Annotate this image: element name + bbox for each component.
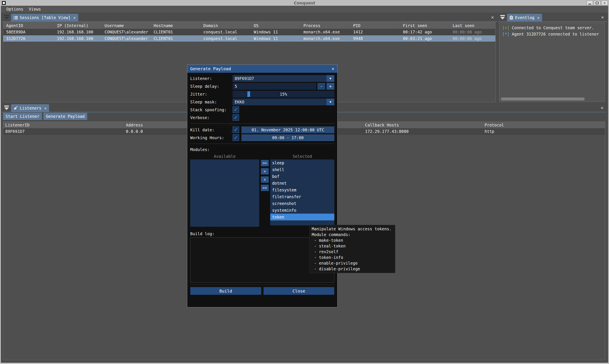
list-item[interactable]: sleep: [270, 159, 334, 166]
chevron-down-icon[interactable]: ▼: [327, 99, 334, 105]
listener-select[interactable]: 89F691D7 ▼: [233, 75, 334, 82]
tab-eventlog[interactable]: Eventlog ✕: [507, 14, 542, 21]
increment-button[interactable]: +: [327, 83, 334, 90]
move-left-button[interactable]: <: [261, 176, 269, 183]
verbose-label: Verbose:: [190, 115, 233, 120]
dialog-titlebar: Generate Payload ✕: [187, 65, 337, 73]
stack-spoofing-checkbox[interactable]: ✓: [233, 106, 239, 113]
modules-label: Modules:: [190, 146, 334, 153]
decrement-button[interactable]: -: [318, 83, 325, 90]
dialog-close-icon[interactable]: ✕: [331, 66, 334, 71]
collapse-panel-icon[interactable]: [500, 14, 505, 20]
selected-modules-list[interactable]: sleep shell bof dotnet filesystem filetr…: [270, 159, 334, 225]
table-row-selected[interactable]: 312D7726 192.168.168.100 CONQUEST\alexan…: [3, 35, 495, 42]
log-line: [+] Connected to Conquest team server.: [502, 25, 602, 31]
column-header[interactable]: IP (Internal): [54, 22, 102, 29]
move-right-button[interactable]: >: [261, 168, 269, 174]
table-row[interactable]: 58EE89DA 192.168.168.100 CONQUEST\alexan…: [3, 29, 495, 35]
move-all-right-button[interactable]: >>: [261, 160, 269, 166]
column-header[interactable]: PID: [350, 22, 400, 29]
list-item-selected[interactable]: token: [270, 214, 334, 221]
menu-options[interactable]: Options: [6, 7, 23, 12]
sleep-mask-select[interactable]: EKKO ▼: [233, 99, 334, 105]
move-all-left-button[interactable]: <<: [261, 185, 269, 191]
stack-spoofing-label: Stack spoofing:: [190, 107, 233, 112]
list-item[interactable]: filetransfer: [270, 193, 334, 200]
working-hours-input[interactable]: 09:00 - 17:00: [241, 134, 334, 141]
kill-date-checkbox[interactable]: ✓: [233, 127, 239, 133]
tab-close-icon[interactable]: ✕: [44, 106, 47, 110]
generate-payload-button[interactable]: Generate Payload: [43, 113, 87, 120]
list-item[interactable]: dotnet: [270, 180, 334, 187]
column-header[interactable]: Callback Hosts: [363, 122, 482, 128]
cell-domain: conquest.local: [200, 35, 251, 42]
separator: [190, 285, 334, 285]
column-header[interactable]: Hostname: [151, 22, 200, 29]
cell-listenerid: 89F691D7: [3, 128, 124, 134]
column-header[interactable]: Username: [102, 22, 151, 29]
listeners-toolbar: Start Listener Generate Payload: [3, 113, 87, 121]
cell-last-seen: 00:00:06 ago: [450, 35, 495, 42]
tooltip-line: - token-info: [312, 255, 393, 260]
cell-callback-hosts: 172.29.177.43:8080: [363, 128, 482, 134]
cell-process: monarch.x64.exe: [301, 35, 350, 42]
column-header[interactable]: First seen: [400, 22, 450, 29]
working-hours-checkbox[interactable]: ✓: [233, 134, 239, 141]
available-modules-list[interactable]: [190, 159, 259, 227]
verbose-checkbox[interactable]: ✓: [233, 114, 239, 121]
eventlog-panel: Eventlog ✕ ✕ [+] Connected to Conquest t…: [498, 13, 607, 103]
sleep-delay-label: Sleep delay:: [190, 84, 233, 89]
list-item[interactable]: filesystem: [270, 187, 334, 193]
list-item[interactable]: shell: [270, 166, 334, 173]
slider-handle[interactable]: [247, 91, 250, 97]
menu-views[interactable]: Views: [29, 7, 41, 12]
eventlog-panel-close-icon[interactable]: ✕: [601, 14, 604, 20]
window-body: Options Views Sessions [Table View] ✕ ✕ …: [1, 6, 608, 363]
tab-eventlog-label: Eventlog: [515, 15, 534, 20]
cell-domain: conquest.local: [200, 29, 251, 35]
eventlog-output[interactable]: [+] Connected to Conquest team server. […: [499, 23, 605, 102]
list-item[interactable]: systeminfo: [270, 207, 334, 214]
cell-os: Windows 11: [251, 35, 301, 42]
column-header[interactable]: Process: [301, 22, 350, 29]
separator: [190, 143, 334, 144]
tab-close-icon[interactable]: ✕: [537, 15, 540, 20]
tooltip-line: - steal-token: [312, 243, 393, 249]
log-text: Connected to Conquest team server.: [512, 25, 594, 30]
selected-header: Selected: [270, 153, 334, 159]
close-dialog-button[interactable]: Close: [264, 287, 334, 295]
jitter-slider[interactable]: 15%: [233, 91, 334, 98]
tab-sessions-label: Sessions [Table View]: [20, 15, 70, 20]
table-list-icon: [13, 16, 18, 19]
tab-listeners[interactable]: Listeners ✕: [11, 104, 49, 112]
horizontal-scrollbar[interactable]: [501, 98, 585, 101]
start-listener-button[interactable]: Start Listener: [3, 113, 42, 120]
sleep-delay-input[interactable]: 5: [233, 83, 316, 90]
list-item[interactable]: bof: [270, 173, 334, 180]
cell-process: monarch.x64.exe: [301, 29, 350, 35]
success-prefix: [+]: [502, 25, 509, 30]
sessions-panel-close-icon[interactable]: ✕: [491, 14, 494, 20]
cell-ip: 192.168.168.100: [54, 35, 102, 42]
sleep-mask-label: Sleep mask:: [190, 100, 233, 104]
column-header[interactable]: ListenerID: [3, 122, 124, 128]
info-prefix: [*]: [502, 32, 509, 36]
tab-close-icon[interactable]: ✕: [73, 15, 76, 20]
column-header[interactable]: OS: [251, 22, 301, 29]
cell-hostname: CLIENT01: [151, 29, 200, 35]
column-header[interactable]: Last seen: [450, 22, 495, 29]
tooltip-line: Manipulate Windows access tokens.: [312, 226, 393, 232]
listener-label: Listener:: [190, 76, 233, 81]
collapse-panel-icon[interactable]: [4, 105, 9, 111]
collapse-panel-icon[interactable]: [4, 14, 9, 20]
column-header[interactable]: Protocol: [482, 122, 605, 128]
kill-date-input[interactable]: 01. November 2025 12:00:00 UTC: [241, 127, 334, 133]
cell-hostname: CLIENT01: [151, 35, 200, 42]
tab-sessions[interactable]: Sessions [Table View] ✕: [11, 14, 78, 21]
listeners-panel-close-icon[interactable]: ✕: [601, 105, 604, 110]
list-item[interactable]: screenshot: [270, 200, 334, 207]
chevron-down-icon[interactable]: ▼: [327, 75, 334, 82]
column-header[interactable]: AgentID: [3, 22, 54, 29]
build-button[interactable]: Build: [190, 287, 261, 295]
column-header[interactable]: Domain: [200, 22, 251, 29]
